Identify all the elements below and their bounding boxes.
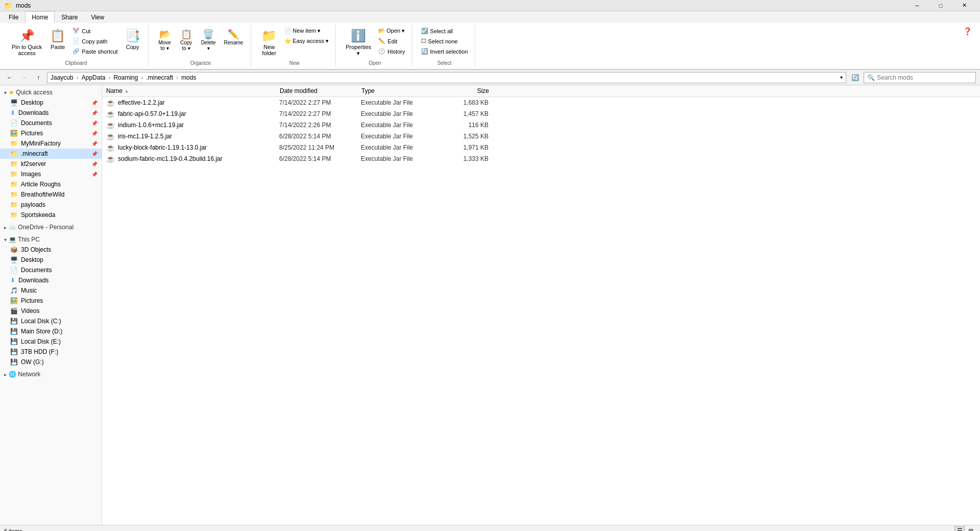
table-row[interactable]: ☕ effective-1.2.2.jar 7/14/2022 2:27 PM …	[102, 97, 980, 108]
tab-file[interactable]: File	[2, 11, 25, 23]
history-button[interactable]: 🕐 History	[376, 46, 407, 56]
sidebar-item-downloads-pc[interactable]: ⬇ Downloads	[0, 275, 102, 285]
rename-button[interactable]: ✏️ Rename	[220, 26, 247, 48]
sidebar-item-downloads-qa[interactable]: ⬇ Downloads 📌	[0, 108, 102, 118]
table-row[interactable]: ☕ indium-1.0.6+mc1.19.jar 7/14/2022 2:26…	[102, 119, 980, 131]
properties-button[interactable]: ℹ️ Properties▾	[342, 26, 375, 59]
sidebar-item-article-roughs[interactable]: 📁 Article Roughs	[0, 179, 102, 189]
sidebar-item-minimifactory[interactable]: 📁 MyMiniFactory 📌	[0, 138, 102, 149]
sidebar-item-documents-qa[interactable]: 📄 Documents 📌	[0, 118, 102, 128]
search-input[interactable]	[877, 74, 972, 81]
ribbon-group-clipboard: 📌 Pin to Quickaccess 📋 Paste ✂️ Cut �	[4, 25, 149, 67]
clipboard-label: Clipboard	[65, 60, 87, 66]
col-header-name[interactable]: Name ▲	[106, 87, 280, 94]
new-folder-icon: 📁	[261, 29, 277, 43]
copy-to-button[interactable]: 📋 Copyto ▾	[176, 26, 197, 54]
new-folder-button[interactable]: 📁 Newfolder	[257, 26, 281, 59]
file-name: fabric-api-0.57.0+1.19.jar	[118, 110, 279, 117]
breadcrumb-roaming[interactable]: Roaming	[113, 74, 138, 81]
ribbon-content: 📌 Pin to Quickaccess 📋 Paste ✂️ Cut �	[0, 23, 980, 69]
sidebar-item-3tb-hdd-f[interactable]: 💾 3TB HDD (F:)	[0, 347, 102, 357]
copy-path-icon: 📄	[72, 38, 80, 44]
back-button[interactable]: ←	[4, 72, 15, 83]
file-name: lucky-block-fabric-1.19.1-13.0.jar	[118, 144, 279, 151]
file-type: Executable Jar File	[361, 99, 443, 106]
minimize-button[interactable]: ─	[905, 0, 929, 11]
open-button[interactable]: 📂 Open ▾	[376, 26, 407, 36]
forward-button[interactable]: →	[18, 72, 30, 83]
edit-button[interactable]: ✏️ Edit	[376, 36, 407, 46]
onedrive-header[interactable]: ▸ ☁️ OneDrive - Personal	[0, 222, 102, 232]
sidebar-item-payloads[interactable]: 📁 payloads	[0, 200, 102, 210]
this-pc-header[interactable]: ▾ 💻 This PC	[0, 234, 102, 245]
sidebar-item-main-store-d[interactable]: 💾 Main Store (D:)	[0, 326, 102, 336]
sidebar-item-local-disk-c[interactable]: 💾 Local Disk (C:)	[0, 316, 102, 326]
pin-to-quick-button[interactable]: 📌 Pin to Quickaccess	[8, 26, 45, 59]
sidebar-item-videos[interactable]: 🎬 Videos	[0, 306, 102, 316]
tab-share[interactable]: Share	[55, 11, 84, 23]
col-header-date[interactable]: Date modified	[280, 87, 361, 94]
sidebar-item-documents-pc[interactable]: 📄 Documents	[0, 265, 102, 275]
sidebar-item-local-disk-e[interactable]: 💾 Local Disk (E:)	[0, 336, 102, 347]
address-bar[interactable]: Jaaycub › AppData › Roaming › .minecraft…	[47, 72, 846, 83]
sidebar-item-pictures-qa[interactable]: 🖼️ Pictures 📌	[0, 128, 102, 138]
table-row[interactable]: ☕ lucky-block-fabric-1.19.1-13.0.jar 8/2…	[102, 142, 980, 153]
file-size: 1,333 KB	[443, 155, 488, 162]
breadcrumb-appdata[interactable]: AppData	[82, 74, 106, 81]
tab-view[interactable]: View	[84, 11, 111, 23]
paste-shortcut-button[interactable]: 🔗 Paste shortcut	[70, 46, 120, 56]
col-header-type[interactable]: Type	[361, 87, 443, 94]
sidebar-item-sportskeeda[interactable]: 📁 Sportskeeda	[0, 210, 102, 220]
ribbon-tabs: File Home Share View	[0, 11, 980, 23]
sidebar-item-pictures-pc[interactable]: 🖼️ Pictures	[0, 296, 102, 306]
move-to-button[interactable]: 📂 Moveto ▾	[155, 26, 175, 54]
sidebar-item-desktop-qa[interactable]: 🖥️ Desktop 📌	[0, 98, 102, 108]
open-icon: 📂	[378, 28, 385, 34]
invert-selection-button[interactable]: 🔄 Invert selection	[419, 46, 471, 56]
col-header-size[interactable]: Size	[443, 87, 489, 94]
easy-access-button[interactable]: ⭐ Easy access ▾	[282, 36, 331, 46]
quick-access-header[interactable]: ▾ ★ Quick access	[0, 87, 102, 98]
sidebar-item-breathofthewild[interactable]: 📁 BreathoftheWild	[0, 189, 102, 200]
breadcrumb-mods[interactable]: mods	[181, 74, 196, 81]
table-row[interactable]: ☕ fabric-api-0.57.0+1.19.jar 7/14/2022 2…	[102, 108, 980, 119]
search-bar[interactable]: 🔍	[864, 72, 976, 83]
sidebar-item-ow-g[interactable]: 💾 OW (G:)	[0, 357, 102, 367]
file-type: Executable Jar File	[361, 144, 443, 151]
file-date: 7/14/2022 2:27 PM	[279, 99, 361, 106]
sidebar-item-kf2server[interactable]: 📁 kf2server 📌	[0, 159, 102, 169]
sidebar-item-minecraft[interactable]: 📁 .minecraft 📌	[0, 149, 102, 159]
details-view-button[interactable]: ☰	[954, 526, 965, 532]
select-none-icon: ☐	[421, 38, 426, 44]
refresh-button[interactable]: 🔄	[849, 72, 861, 83]
table-row[interactable]: ☕ iris-mc1.19-1.2.5.jar 6/28/2022 5:14 P…	[102, 131, 980, 142]
paste-button[interactable]: 📋 Paste	[46, 26, 69, 53]
up-button[interactable]: ↑	[33, 72, 44, 83]
folder-article-roughs-icon: 📁	[10, 181, 18, 188]
jar-file-icon: ☕	[106, 143, 115, 152]
select-none-button[interactable]: ☐ Select none	[419, 36, 471, 46]
tab-home[interactable]: Home	[25, 11, 55, 23]
delete-button[interactable]: 🗑️ Delete▾	[198, 26, 219, 54]
ribbon-group-select: ☑️ Select all ☐ Select none 🔄 Invert sel…	[414, 25, 475, 67]
copy-path-button[interactable]: 📄 Copy path	[70, 36, 120, 46]
large-icons-view-button[interactable]: ⊞	[966, 526, 976, 532]
table-row[interactable]: ☕ sodium-fabric-mc1.19-0.4.2build.16.jar…	[102, 153, 980, 164]
copy-button[interactable]: 📑 Copy	[121, 26, 144, 53]
sidebar-item-music[interactable]: 🎵 Music	[0, 285, 102, 296]
close-button[interactable]: ✕	[952, 0, 976, 11]
new-item-button[interactable]: 📄 New item ▾	[282, 26, 331, 36]
network-header[interactable]: ▸ 🌐 Network	[0, 369, 102, 379]
breadcrumb-jaaycub[interactable]: Jaaycub	[51, 74, 74, 81]
help-button[interactable]: ❓	[959, 25, 976, 67]
address-dropdown-button[interactable]: ▾	[840, 75, 843, 80]
sidebar-item-desktop-pc[interactable]: 🖥️ Desktop	[0, 255, 102, 265]
breadcrumb-minecraft[interactable]: .minecraft	[146, 74, 173, 81]
file-date: 7/14/2022 2:27 PM	[279, 110, 361, 117]
cut-button[interactable]: ✂️ Cut	[70, 26, 120, 36]
maximize-button[interactable]: □	[929, 0, 952, 11]
3d-objects-icon: 📦	[10, 246, 18, 253]
sidebar-item-3d-objects[interactable]: 📦 3D Objects	[0, 245, 102, 255]
sidebar-item-images[interactable]: 📁 Images 📌	[0, 169, 102, 179]
select-all-button[interactable]: ☑️ Select all	[419, 26, 471, 36]
